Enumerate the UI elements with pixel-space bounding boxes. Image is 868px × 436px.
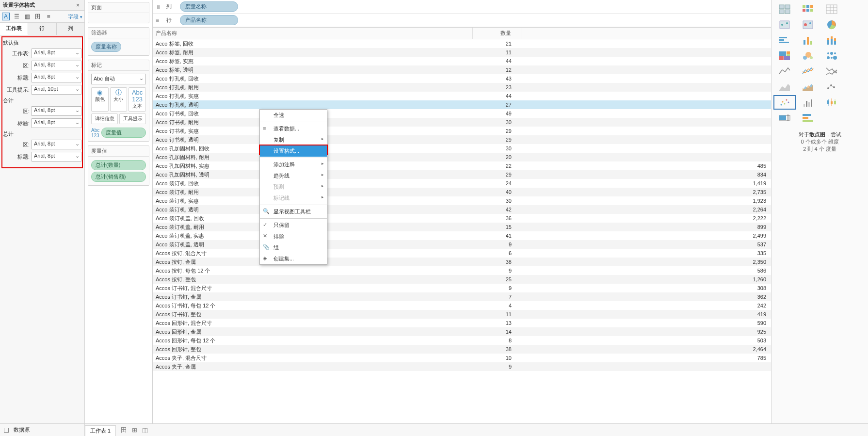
table-row[interactable]: Accos 回形针, 整包382,464 — [153, 345, 771, 354]
chart-type-thumb[interactable] — [844, 2, 866, 16]
table-row[interactable]: Acco 装订机, 耐用402,735 — [153, 188, 771, 196]
table-row[interactable]: Acco 装订机, 透明422,264 — [153, 205, 771, 214]
chart-type-thumb[interactable] — [773, 64, 796, 79]
table-row[interactable]: Acco 订书机, 耐用30 — [153, 118, 771, 127]
new-dashboard-icon[interactable]: ⊞ — [132, 426, 137, 434]
font-select[interactable]: Arial, 8pt — [32, 118, 81, 128]
table-row[interactable]: Acco 装订机盖, 实惠412,499 — [153, 231, 771, 240]
chart-type-thumb[interactable] — [773, 2, 796, 16]
font-select[interactable]: Arial, 8pt — [32, 106, 81, 116]
table-row[interactable]: Acco 订书机, 回收49 — [153, 109, 771, 118]
chart-type-thumb[interactable] — [773, 111, 796, 125]
menu-item[interactable]: 添加注释▸ — [260, 159, 327, 170]
chart-type-thumb[interactable] — [820, 95, 843, 110]
font-select[interactable]: Arial, 8pt — [32, 48, 81, 58]
table-row[interactable]: Accos 按钉, 混合尺寸6335 — [153, 249, 771, 258]
table-row[interactable]: Accos 订书钉, 每包 12 个4242 — [153, 301, 771, 310]
table-row[interactable]: Acco 打孔机, 回收43 — [153, 74, 771, 83]
measure-values-pill[interactable]: 度量值 — [101, 128, 146, 138]
table-row[interactable]: Acco 标签, 透明12 — [153, 65, 771, 74]
chart-type-thumb[interactable] — [844, 80, 866, 94]
menu-item[interactable]: ✕排除 — [260, 231, 327, 242]
chart-type-thumb[interactable] — [773, 33, 796, 48]
borders-icon[interactable]: 田 — [34, 13, 42, 20]
chart-type-thumb[interactable] — [820, 2, 843, 16]
menu-item[interactable]: 🔍显示视图工具栏 — [260, 206, 327, 217]
menu-item[interactable]: 趋势线▸ — [260, 170, 327, 181]
table-row[interactable]: Acco 装订机, 回收241,419 — [153, 179, 771, 188]
mark-text-button[interactable]: Abc123文本 — [129, 87, 146, 112]
chart-type-thumb[interactable] — [797, 95, 819, 110]
table-row[interactable]: Acco 装订机盖, 耐用15899 — [153, 223, 771, 231]
table-row[interactable]: Acco 装订机盖, 透明9537 — [153, 240, 771, 249]
mark-type-select[interactable]: Abc 自动 — [91, 74, 146, 84]
chart-type-thumb[interactable] — [820, 33, 843, 48]
chart-type-thumb[interactable] — [773, 80, 796, 94]
chart-type-thumb[interactable] — [820, 64, 843, 79]
mark-tooltip-button[interactable]: 工具提示 — [119, 113, 146, 124]
menu-item[interactable]: ≡查看数据... — [260, 123, 327, 134]
columns-pill[interactable]: 度量名称 — [180, 1, 238, 12]
tab-worksheet[interactable]: 工作表 — [0, 23, 28, 35]
table-row[interactable]: Accos 按钉, 每包 12 个9586 — [153, 266, 771, 275]
menu-item[interactable]: 设置格式... — [260, 145, 327, 157]
chart-type-thumb[interactable] — [844, 48, 866, 63]
table-row[interactable]: Acco 孔加固材料, 透明29834 — [153, 170, 771, 179]
chart-type-thumb[interactable] — [844, 95, 866, 110]
table-row[interactable]: Acco 装订机盖, 回收362,222 — [153, 214, 771, 223]
table-row[interactable]: Acco 订书机, 实惠29 — [153, 127, 771, 135]
tab-column[interactable]: 列 — [57, 23, 84, 35]
table-row[interactable]: Accos 夹子, 金属9 — [153, 362, 771, 371]
datasource-tab[interactable]: 数据源 — [14, 426, 30, 434]
table-row[interactable]: Acco 打孔机, 透明27 — [153, 100, 771, 109]
mv-pill-qty[interactable]: 总计(数量) — [91, 160, 146, 170]
chart-type-thumb[interactable] — [820, 17, 843, 32]
table-row[interactable]: Acco 标签, 实惠44 — [153, 57, 771, 65]
mv-pill-sales[interactable]: 总计(销售额) — [91, 172, 146, 182]
chart-type-thumb[interactable] — [844, 64, 866, 79]
table-row[interactable]: Acco 孔加固材料, 耐用20 — [153, 153, 771, 161]
font-select[interactable]: Arial, 8pt — [32, 73, 81, 82]
table-row[interactable]: Accos 回形针, 金属14925 — [153, 327, 771, 336]
table-row[interactable]: Acco 孔加固材料, 实惠22485 — [153, 161, 771, 170]
pages-shelf[interactable]: 页面 — [88, 2, 149, 23]
table-row[interactable]: Accos 夹子, 混合尺寸10785 — [153, 354, 771, 362]
lines-icon[interactable]: ≡ — [45, 13, 52, 20]
mark-size-button[interactable]: ⓘ大小 — [110, 87, 128, 112]
chart-type-thumb[interactable] — [797, 111, 819, 125]
mark-detail-button[interactable]: 详细信息 — [91, 113, 118, 124]
table-row[interactable]: Accos 订书钉, 整包11419 — [153, 310, 771, 319]
font-select[interactable]: Arial, 8pt — [32, 61, 81, 70]
shading-icon[interactable]: ▦ — [23, 13, 31, 20]
table-row[interactable]: Accos 订书钉, 混合尺寸9308 — [153, 284, 771, 292]
chart-type-thumb[interactable] — [773, 17, 796, 32]
table-row[interactable]: Acco 打孔机, 实惠44 — [153, 92, 771, 100]
chart-type-thumb[interactable] — [797, 80, 819, 94]
font-select[interactable]: Arial, 8pt — [32, 152, 81, 161]
chart-type-thumb[interactable] — [797, 33, 819, 48]
chart-type-thumb[interactable] — [773, 95, 796, 110]
table-row[interactable]: Acco 标签, 耐用11 — [153, 48, 771, 57]
alignment-icon[interactable]: ☰ — [13, 13, 20, 20]
menu-item[interactable]: 复制▸ — [260, 134, 327, 145]
chart-type-thumb[interactable] — [844, 17, 866, 32]
table-row[interactable]: Acco 装订机, 实惠301,923 — [153, 196, 771, 205]
field-dropdown[interactable]: 字段 — [68, 13, 82, 20]
table-row[interactable]: Accos 订书钉, 金属7362 — [153, 292, 771, 301]
menu-item[interactable]: ◈创建集... — [260, 253, 327, 264]
data-table[interactable]: 产品名称 数量 Acco 标签, 回收21Acco 标签, 耐用11Acco 标… — [153, 28, 771, 436]
table-row[interactable]: Acco 孔加固材料, 回收30 — [153, 144, 771, 153]
font-select[interactable]: Arial, 10pt — [32, 85, 81, 95]
mark-color-button[interactable]: ◉颜色 — [91, 87, 109, 112]
rows-shelf[interactable]: ≡ 行 产品名称 — [153, 14, 771, 27]
table-row[interactable]: Accos 回形针, 混合尺寸13590 — [153, 319, 771, 327]
menu-item[interactable]: 全选 — [260, 110, 327, 121]
chart-type-thumb[interactable] — [844, 111, 866, 125]
filters-shelf[interactable]: 筛选器 度量名称 — [88, 27, 149, 56]
chart-type-thumb[interactable] — [773, 48, 796, 63]
close-icon[interactable]: × — [74, 2, 81, 9]
datasource-checkbox[interactable] — [4, 428, 9, 433]
chart-type-thumb[interactable] — [797, 2, 819, 16]
font-select[interactable]: Arial, 8pt — [32, 140, 81, 149]
chart-type-thumb[interactable] — [844, 33, 866, 48]
